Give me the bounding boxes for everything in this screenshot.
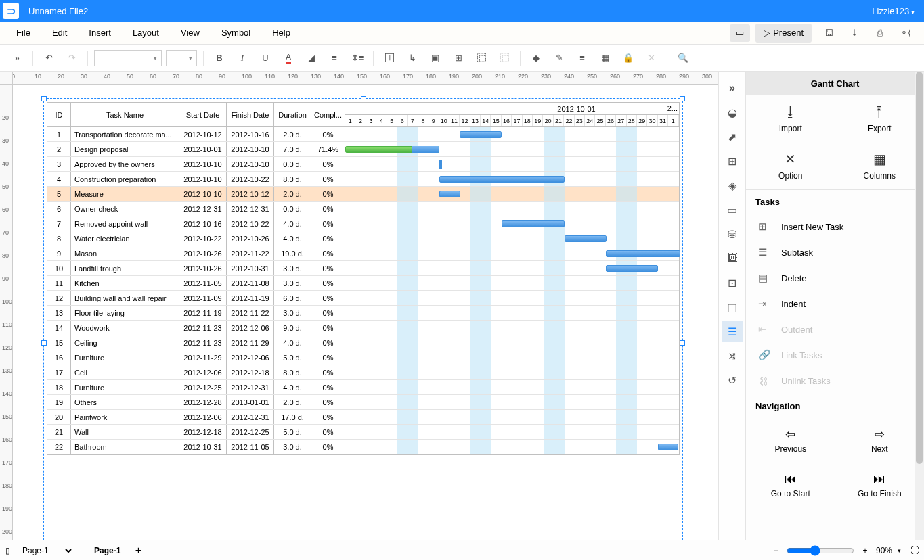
align-icon[interactable]: ≡ (324, 48, 345, 68)
task-insert[interactable]: ⊞Insert New Task (746, 214, 924, 239)
nav-previous[interactable]: ⇦Previous (746, 418, 835, 463)
table-row[interactable]: 7Removed appoint wall2012-10-162012-10-2… (47, 216, 679, 231)
ungroup-icon[interactable]: ⿸ (494, 48, 514, 68)
task-subtask[interactable]: ☰Subtask (746, 239, 924, 265)
page-layout-icon[interactable]: ▯ (5, 546, 10, 555)
table-row[interactable]: 22Bathroom2012-10-312012-11-053.0 d.0% (47, 440, 679, 454)
user-menu[interactable]: Lizzie123 (865, 6, 921, 16)
option-button[interactable]: ✕Option (746, 142, 835, 189)
zoom-out-button[interactable]: − (769, 546, 783, 555)
presentation-icon[interactable]: ▭ (722, 199, 743, 220)
distribute-icon[interactable]: ⊞ (448, 48, 468, 68)
col-completion[interactable]: Compl... (311, 103, 345, 126)
export-button[interactable]: ⭱Export (835, 95, 925, 142)
page-select[interactable]: Page-1 (20, 543, 74, 558)
redo-icon[interactable]: ↷ (62, 48, 82, 68)
settings-icon[interactable]: ✕ (641, 48, 661, 68)
col-duration[interactable]: Duration (274, 103, 311, 126)
menu-layout[interactable]: Layout (122, 28, 170, 38)
grid-tool-icon[interactable]: ⊞ (722, 150, 743, 172)
zoom-in-button[interactable]: + (858, 546, 872, 555)
line-color-icon[interactable]: ✎ (549, 48, 569, 68)
presentation-mode-icon[interactable]: ▭ (730, 24, 750, 42)
menu-symbol[interactable]: Symbol (211, 28, 261, 38)
menu-help[interactable]: Help (261, 28, 301, 38)
table-row[interactable]: 1Transportation decorate ma...2012-10-12… (47, 127, 679, 142)
menu-edit[interactable]: Edit (41, 28, 78, 38)
table-row[interactable]: 11Kitchen2012-11-052012-11-083.0 d.0% (47, 276, 679, 291)
font-family-select[interactable] (94, 50, 162, 66)
underline-icon[interactable]: U (255, 48, 276, 68)
export-tool-icon[interactable]: ⬈ (722, 126, 743, 147)
fill-tool-icon[interactable]: ◒ (722, 101, 743, 123)
col-id[interactable]: ID (47, 103, 71, 126)
gantt-chart[interactable]: ID Task Name Start Date Finish Date Dura… (47, 102, 680, 455)
table-row[interactable]: 5Measure2012-10-102012-10-122.0 d.0% (47, 187, 679, 202)
line-style-icon[interactable]: ≡ (572, 48, 592, 68)
italic-icon[interactable]: I (232, 48, 252, 68)
resize-handle[interactable] (361, 96, 366, 101)
add-page-button[interactable]: + (131, 544, 145, 557)
table-row[interactable]: 15Ceiling2012-11-232012-11-294.0 d.0% (47, 335, 679, 350)
vertical-scrollbar[interactable] (915, 72, 924, 540)
gantt-tool-icon[interactable]: ☰ (722, 321, 743, 342)
menu-insert[interactable]: Insert (78, 28, 122, 38)
task-indent[interactable]: ⇥Indent (746, 291, 924, 317)
canvas[interactable]: 0102030405060708090100110120130140150160… (0, 72, 718, 540)
font-size-select[interactable] (166, 50, 197, 66)
table-row[interactable]: 18Furniture2012-12-252012-12-314.0 d.0% (47, 380, 679, 395)
image-icon[interactable]: ▦ (595, 48, 615, 68)
table-row[interactable]: 16Furniture2012-11-292012-12-065.0 d.0% (47, 350, 679, 365)
nav-go-finish[interactable]: ⏭Go to Finish (835, 463, 925, 507)
print-icon[interactable]: ⎙ (868, 24, 892, 42)
fill-color-icon[interactable]: ◆ (526, 48, 546, 68)
expand-toolbar-icon[interactable]: » (7, 48, 27, 68)
table-row[interactable]: 12Building wall and wall repair2012-11-0… (47, 291, 679, 306)
table-row[interactable]: 13Floor tile laying2012-11-192012-11-223… (47, 306, 679, 321)
highlight-icon[interactable]: ◢ (301, 48, 322, 68)
table-row[interactable]: 2Design proposal2012-10-012012-10-107.0 … (47, 142, 679, 157)
share-icon[interactable]: ⚬⟨ (894, 24, 917, 42)
table-row[interactable]: 19Others2012-12-282013-01-012.0 d.0% (47, 395, 679, 410)
col-start[interactable]: Start Date (179, 103, 227, 126)
import-button[interactable]: ⭳Import (746, 95, 835, 142)
table-row[interactable]: 8Water electrician2012-10-222012-10-264.… (47, 231, 679, 246)
nav-go-start[interactable]: ⏮Go to Start (746, 463, 835, 507)
table-row[interactable]: 6Owner check2012-12-312012-12-310.0 d.0% (47, 202, 679, 216)
connector-icon[interactable]: ↳ (402, 48, 422, 68)
resize-handle[interactable] (41, 340, 47, 346)
image-tool-icon[interactable]: 🖼 (722, 248, 743, 269)
table-row[interactable]: 3Approved by the owners2012-10-102012-10… (47, 157, 679, 172)
text-box-icon[interactable]: 🅃 (379, 48, 399, 68)
resize-handle[interactable] (680, 340, 685, 346)
expand-panel-icon[interactable]: » (722, 77, 743, 99)
bold-icon[interactable]: B (209, 48, 229, 68)
layers-icon[interactable]: ◈ (722, 174, 743, 196)
table-row[interactable]: 20Paintwork2012-12-062012-12-3117.0 d.0% (47, 410, 679, 425)
menu-file[interactable]: File (5, 28, 41, 38)
table-row[interactable]: 17Ceil2012-12-062012-12-188.0 d.0% (47, 365, 679, 380)
font-color-icon[interactable]: A (278, 48, 299, 68)
lock-icon[interactable]: 🔒 (618, 48, 638, 68)
present-button[interactable]: ▷Present (755, 24, 812, 43)
page-tab[interactable]: Page-1 (83, 546, 131, 555)
search-icon[interactable]: 🔍 (673, 48, 693, 68)
resize-handle[interactable] (41, 96, 47, 101)
menu-view[interactable]: View (170, 28, 211, 38)
line-spacing-icon[interactable]: ⇕≡ (347, 48, 368, 68)
history-icon[interactable]: ↺ (722, 369, 743, 391)
nav-next[interactable]: ⇨Next (835, 418, 925, 463)
table-row[interactable]: 10Landfill trough2012-10-262012-10-313.0… (47, 261, 679, 276)
task-delete[interactable]: ▤Delete (746, 265, 924, 291)
table-row[interactable]: 4Construction preparation2012-10-102012-… (47, 172, 679, 187)
col-finish[interactable]: Finish Date (227, 103, 274, 126)
resize-handle[interactable] (680, 96, 685, 101)
group-icon[interactable]: ⿸ (471, 48, 491, 68)
columns-button[interactable]: ▦Columns (835, 142, 925, 189)
data-icon[interactable]: ⛁ (722, 223, 743, 245)
download-icon[interactable]: ⭳ (843, 24, 866, 42)
col-name[interactable]: Task Name (71, 103, 179, 126)
table-row[interactable]: 21Wall2012-12-182012-12-255.0 d.0% (47, 425, 679, 440)
align-objects-icon[interactable]: ▣ (425, 48, 445, 68)
table-row[interactable]: 9Mason2012-10-262012-11-2219.0 d.0% (47, 246, 679, 261)
